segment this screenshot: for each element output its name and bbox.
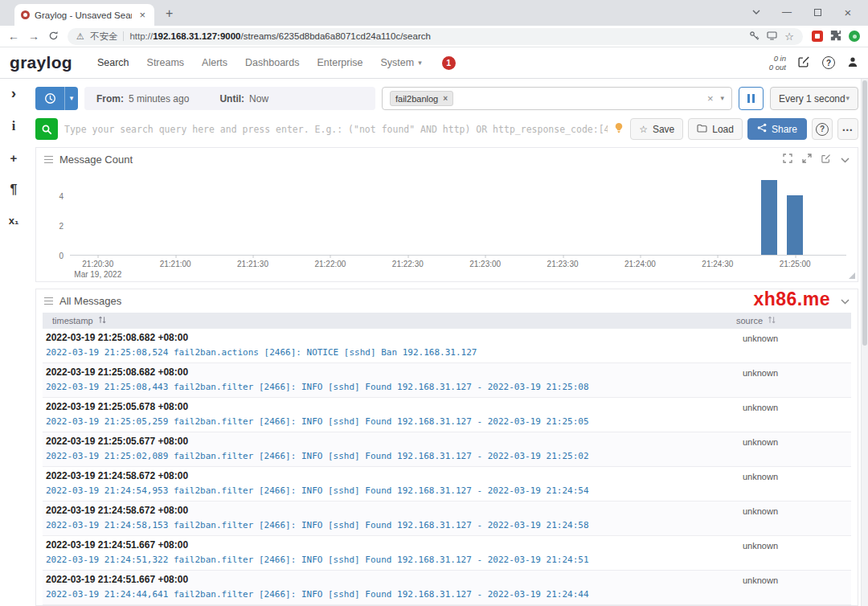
x-tick-label: 21:24:30	[702, 260, 733, 268]
more-actions-icon[interactable]: ⋯	[837, 118, 858, 140]
save-button[interactable]: ☆ Save	[630, 118, 683, 140]
tab-close-icon[interactable]: ×	[137, 9, 148, 21]
chart-bar[interactable]	[787, 195, 803, 255]
table-row[interactable]: 2022-03-19 21:25:08.682 +08:002022-03-19…	[43, 329, 851, 363]
expand-widget-icon[interactable]	[802, 154, 812, 166]
table-row[interactable]: 2022-03-19 21:25:08.682 +08:002022-03-19…	[43, 363, 851, 398]
focus-widget-icon[interactable]	[783, 154, 792, 166]
graylog-logo[interactable]: graylog	[10, 53, 72, 72]
back-icon[interactable]: ←	[8, 31, 19, 42]
column-header-source[interactable]: source	[736, 316, 763, 326]
widget-resize-handle[interactable]	[849, 272, 855, 279]
stream-filter-clear-icon[interactable]: ×	[707, 93, 714, 104]
collapse-widget-icon[interactable]	[841, 295, 850, 307]
table-row[interactable]: 2022-03-19 21:24:58.672 +08:002022-03-19…	[43, 467, 851, 502]
omnibox-icons: ☆	[749, 31, 794, 43]
sidebar-toggle-icon[interactable]: ›	[11, 85, 16, 100]
message-count-chart: Mar 19, 2022 21:20:3021:21:0021:21:3021:…	[36, 169, 858, 281]
table-row[interactable]: 2022-03-19 21:24:58.672 +08:002022-03-19…	[43, 502, 851, 536]
new-tab-button[interactable]: +	[161, 6, 178, 22]
lightbulb-icon[interactable]	[614, 122, 624, 136]
clock-icon[interactable]	[35, 87, 64, 110]
message-source: unknown	[731, 505, 848, 531]
time-range-button[interactable]: ▾	[35, 87, 78, 110]
nav-item-search[interactable]: Search	[88, 57, 138, 68]
scrollbar-thumb[interactable]	[862, 80, 867, 346]
nav-item-system[interactable]: System▾	[371, 57, 430, 68]
nav-item-enterprise[interactable]: Enterprise	[308, 57, 371, 68]
search-sidebar: ›i+¶x₁	[0, 79, 27, 606]
chart-x-axis: Mar 19, 2022 21:20:3021:21:0021:21:3021:…	[98, 255, 795, 266]
extension-red-icon[interactable]	[812, 31, 823, 42]
create-icon[interactable]: +	[10, 152, 18, 164]
pause-refresh-button[interactable]	[739, 87, 764, 110]
notification-badge[interactable]: 1	[442, 56, 456, 70]
throughput-indicator[interactable]: 0 in 0 out	[769, 54, 786, 72]
drag-handle-icon[interactable]	[44, 297, 53, 305]
x-tick-label: 21:23:00	[469, 260, 501, 268]
maximize-button[interactable]	[802, 0, 833, 24]
stream-filter-caret-icon[interactable]: ▾	[720, 95, 724, 102]
time-range-summary[interactable]: From: 5 minutes ago Until: Now	[84, 87, 375, 110]
help-icon[interactable]: ?	[822, 56, 835, 69]
time-range-caret[interactable]: ▾	[64, 87, 78, 110]
reload-icon[interactable]	[48, 31, 59, 43]
graylog-navbar: graylog SearchStreamsAlertsDashboardsEnt…	[0, 47, 868, 79]
collapse-widget-icon[interactable]	[841, 154, 850, 166]
column-header-timestamp[interactable]: timestamp	[52, 316, 93, 326]
tab-search-icon[interactable]	[741, 0, 772, 24]
query-help-icon[interactable]: ?	[812, 118, 833, 140]
nav-item-streams[interactable]: Streams	[138, 57, 194, 68]
send-to-device-icon[interactable]	[767, 31, 777, 42]
extension-green-icon[interactable]	[849, 31, 860, 42]
search-button[interactable]	[35, 118, 58, 140]
page-scrollbar[interactable]	[861, 79, 868, 606]
security-label[interactable]: 不安全	[90, 31, 118, 43]
browser-tab[interactable]: Graylog - Unsaved Search ×	[14, 4, 154, 26]
url-text[interactable]: http://192.168.31.127:9000/streams/6235d…	[129, 31, 743, 41]
sort-icon[interactable]	[768, 316, 776, 326]
message-timestamp: 2022-03-19 21:24:51.667 +08:00	[46, 574, 731, 586]
load-button[interactable]: Load	[688, 118, 743, 140]
message-timestamp: 2022-03-19 21:24:51.667 +08:00	[46, 539, 731, 551]
y-tick-label: 2	[59, 221, 63, 230]
edit-icon[interactable]	[798, 55, 810, 70]
description-icon[interactable]: i	[12, 120, 15, 133]
x-tick-label: 21:25:00	[780, 260, 811, 268]
window-close-button[interactable]: ×	[833, 0, 863, 24]
share-button[interactable]: Share	[747, 118, 807, 140]
all-messages-widget: xh86.me All Messages timestamp	[35, 289, 858, 606]
nav-item-dashboards[interactable]: Dashboards	[236, 57, 308, 68]
y-tick-label: 0	[59, 252, 63, 260]
minimize-button[interactable]: —	[772, 0, 802, 24]
table-row[interactable]: 2022-03-19 21:25:05.677 +08:002022-03-19…	[43, 432, 851, 467]
search-query-row: ☆ Save Load Share	[35, 117, 858, 141]
drag-handle-icon[interactable]	[44, 156, 53, 164]
search-query-input[interactable]	[64, 124, 608, 135]
table-row[interactable]: 2022-03-19 21:25:05.678 +08:002022-03-19…	[43, 398, 851, 432]
stream-chip[interactable]: fail2banlog ×	[390, 91, 453, 106]
fields-icon[interactable]: x₁	[9, 215, 19, 226]
message-timestamp: 2022-03-19 21:25:05.678 +08:00	[46, 401, 731, 413]
saved-password-key-icon[interactable]	[749, 31, 760, 43]
extensions-puzzle-icon[interactable]	[830, 30, 841, 43]
edit-widget-icon[interactable]	[821, 154, 831, 166]
nav-item-alerts[interactable]: Alerts	[193, 57, 236, 68]
address-bar[interactable]: ⚠ 不安全 http://192.168.31.127:9000/streams…	[68, 28, 803, 45]
message-timestamp: 2022-03-19 21:24:58.672 +08:00	[46, 470, 731, 482]
omnibox-divider	[123, 31, 124, 41]
x-tick-label: 21:23:30	[547, 260, 579, 268]
table-row[interactable]: 2022-03-19 21:24:51.667 +08:002022-03-19…	[43, 536, 851, 571]
formatting-icon[interactable]: ¶	[10, 183, 18, 196]
stream-filter-select[interactable]: fail2banlog × × ▾	[382, 87, 732, 110]
user-menu-icon[interactable]	[847, 56, 858, 70]
stream-chip-remove-icon[interactable]: ×	[443, 95, 448, 103]
refresh-interval-dropdown[interactable]: Every 1 second ▾	[770, 87, 858, 110]
not-secure-warning-icon: ⚠	[76, 31, 84, 42]
bookmark-star-icon[interactable]: ☆	[784, 31, 794, 43]
message-text: 2022-03-19 21:24:54,953 fail2ban.filter …	[46, 485, 731, 497]
forward-icon[interactable]: →	[28, 31, 39, 42]
table-row[interactable]: 2022-03-19 21:24:51.667 +08:002022-03-19…	[43, 571, 851, 605]
chart-bar[interactable]	[761, 180, 777, 255]
sort-icon[interactable]	[98, 316, 107, 326]
